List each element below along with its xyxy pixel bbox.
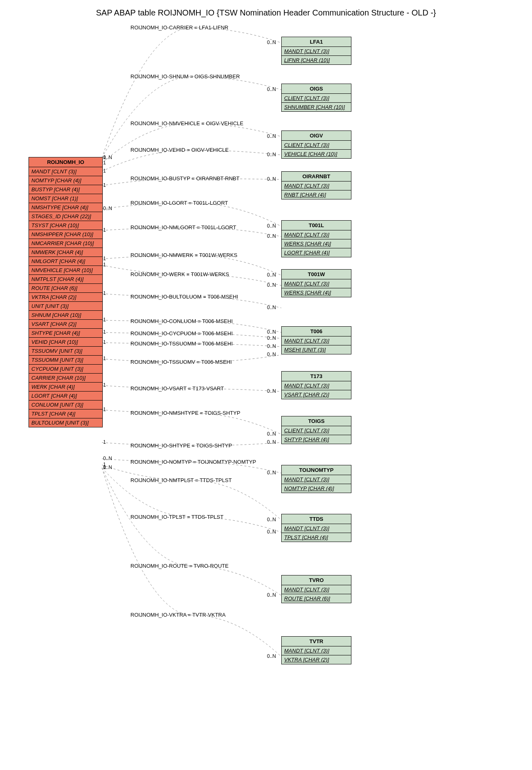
entity-field: NMTPLST [CHAR (4)]	[29, 275, 102, 284]
cardinality-source: 0..N	[103, 206, 112, 211]
relationship-label: ROIJNOMH_IO-CARRIER = LFA1-LIFNR	[130, 24, 228, 31]
entity-field: TSYST [CHAR (10)]	[29, 221, 102, 230]
cardinality-dest: 0..N	[267, 86, 276, 92]
relationship-label: ROIJNOMH_IO-SHNUM = OIGS-SHNUMBER	[130, 73, 240, 80]
relationship-label: ROIJNOMH_IO-NMTPLST = TTDS-TPLST	[130, 477, 232, 483]
cardinality-dest: 0..N	[267, 431, 276, 437]
ref-entity: TOIGSCLIENT [CLNT (3)]SHTYP [CHAR (4)]	[281, 416, 351, 444]
entity-header: TOIGS	[282, 416, 351, 426]
entity-field: MANDT [CLNT (3)]	[282, 381, 351, 390]
cardinality-source: 1	[103, 227, 106, 233]
entity-field: BULTOLUOM [UNIT (3)]	[29, 418, 102, 427]
relationship-label: ROIJNOMH_IO-TPLST = TTDS-TPLST	[130, 514, 223, 520]
ref-entity: TVTRMANDT [CLNT (3)]VKTRA [CHAR (2)]	[281, 636, 351, 664]
entity-field: LGORT [CHAR (4)]	[282, 248, 351, 257]
entity-field: VKTRA [CHAR (2)]	[29, 293, 102, 302]
entity-field: CONLUOM [UNIT (3)]	[29, 400, 102, 409]
entity-field: NMSHIPPER [CHAR (10)]	[29, 230, 102, 239]
er-diagram: SAP ABAP table ROIJNOMH_IO {TSW Nominati…	[4, 4, 528, 767]
main-entity: ROIJNOMH_IO MANDT [CLNT (3)]NOMTYP [CHAR…	[29, 157, 103, 427]
entity-field: WERKS [CHAR (4)]	[282, 288, 351, 297]
entity-field: RNBT [CHAR (4)]	[282, 190, 351, 199]
entity-field: SHTYP [CHAR (4)]	[282, 435, 351, 444]
cardinality-source: 1	[103, 329, 106, 335]
entity-field: ROUTE [CHAR (6)]	[29, 284, 102, 293]
entity-field: BUSTYP [CHAR (4)]	[29, 185, 102, 194]
entity-header: OIGV	[282, 131, 351, 141]
entity-field: CLIENT [CLNT (3)]	[282, 94, 351, 103]
ref-entity: T173MANDT [CLNT (3)]VSART [CHAR (2)]	[281, 371, 351, 399]
entity-field: MANDT [CLNT (3)]	[29, 167, 102, 176]
entity-field: MANDT [CLNT (3)]	[282, 646, 351, 655]
relationship-label: ROIJNOMH_IO-TSSUOMM = T006-MSEHI	[130, 341, 233, 347]
relationship-label: ROIJNOMH_IO-BUSTYP = OIRARNBT-RNBT	[130, 175, 239, 181]
relationship-label: ROIJNOMH_IO-LGORT = T001L-LGORT	[130, 200, 228, 206]
cardinality-source: 1	[103, 262, 106, 268]
entity-field: CLIENT [CLNT (3)]	[282, 426, 351, 435]
relationship-label: ROIJNOMH_IO-SHTYPE = TOIGS-SHTYP	[130, 443, 232, 449]
entity-field: LGORT [CHAR (4)]	[29, 392, 102, 400]
cardinality-dest: 0..N	[267, 305, 276, 310]
relationship-label: ROIJNOMH_IO-WERK = T001W-WERKS	[130, 271, 229, 277]
relationship-label: ROIJNOMH_IO-NMLGORT = T001L-LGORT	[130, 224, 236, 230]
ref-entity: LFA1MANDT [CLNT (3)]LIFNR [CHAR (10)]	[281, 37, 351, 65]
cardinality-dest: 0..N	[267, 335, 276, 341]
entity-header: ROIJNOMH_IO	[29, 157, 102, 167]
entity-field: MSEHI [UNIT (3)]	[282, 345, 351, 354]
entity-header: OIGS	[282, 84, 351, 94]
cardinality-dest: 0..N	[267, 329, 276, 335]
relationship-label: ROIJNOMH_IO-VEHID = OIGV-VEHICLE	[130, 147, 229, 153]
entity-field: NOMTYP [CHAR (4)]	[282, 484, 351, 493]
entity-field: MANDT [CLNT (3)]	[282, 524, 351, 533]
relationship-label: ROIJNOMH_IO-VKTRA = TVTR-VKTRA	[130, 612, 225, 618]
entity-field: CARRIER [CHAR (10)]	[29, 374, 102, 383]
entity-field: NMLGORT [CHAR (4)]	[29, 257, 102, 266]
entity-field: VSART [CHAR (2)]	[29, 320, 102, 329]
cardinality-dest: 0..N	[267, 388, 276, 394]
relationship-label: ROIJNOMH_IO-CYCPUOM = T006-MSEHI	[130, 330, 233, 336]
entity-field: NOMST [CHAR (1)]	[29, 194, 102, 203]
ref-entity: OIRARNBTMANDT [CLNT (3)]RNBT [CHAR (4)]	[281, 171, 351, 199]
cardinality-dest: 0..N	[267, 133, 276, 139]
cardinality-source: 1	[103, 317, 106, 323]
entity-field: NMVEHICLE [CHAR (10)]	[29, 266, 102, 275]
cardinality-source: 1	[103, 290, 106, 296]
entity-field: NMSHTYPE [CHAR (4)]	[29, 203, 102, 212]
relationship-label: ROIJNOMH_IO-BULTOLUOM = T006-MSEHI	[130, 294, 238, 300]
entity-header: T173	[282, 372, 351, 381]
relationship-label: ROIJNOMH_IO-NOMTYP = TOIJNOMTYP-NOMTYP	[130, 459, 256, 465]
relationship-label: ROIJNOMH_IO-NMSHTYPE = TOIGS-SHTYP	[130, 410, 240, 416]
relationship-label: ROIJNOMH_IO-CONLUOM = T006-MSEHI	[130, 318, 233, 324]
ref-entity: OIGSCLIENT [CLNT (3)]SHNUMBER [CHAR (10)…	[281, 84, 351, 112]
ref-entity: T006MANDT [CLNT (3)]MSEHI [UNIT (3)]	[281, 326, 351, 354]
relationship-label: ROIJNOMH_IO-TSSUOMV = T006-MSEHI	[130, 359, 232, 365]
entity-field: TPLST [CHAR (4)]	[282, 533, 351, 542]
entity-field: CYCPUOM [UNIT (3)]	[29, 365, 102, 374]
cardinality-dest: 0..N	[267, 40, 276, 45]
cardinality-dest: 0..N	[267, 223, 276, 229]
entity-field: STAGES_ID [CHAR (22)]	[29, 212, 102, 221]
cardinality-source: 1	[103, 256, 106, 261]
cardinality-source: 0..N	[103, 456, 112, 461]
entity-field: MANDT [CLNT (3)]	[282, 181, 351, 190]
entity-field: TPLST [CHAR (4)]	[29, 409, 102, 418]
entity-header: T001W	[282, 270, 351, 279]
cardinality-source: 1	[103, 182, 106, 188]
entity-field: WERKS [CHAR (4)]	[282, 239, 351, 248]
cardinality-source: 1	[103, 382, 106, 388]
entity-field: VEHICLE [CHAR (10)]	[282, 150, 351, 158]
ref-entity: T001WMANDT [CLNT (3)]WERKS [CHAR (4)]	[281, 269, 351, 297]
relationship-label: ROIJNOMH_IO-VSART = T173-VSART	[130, 385, 224, 392]
entity-header: T001L	[282, 221, 351, 230]
entity-field: UNIT [UNIT (3)]	[29, 302, 102, 311]
cardinality-dest: 0..N	[267, 282, 276, 288]
cardinality-dest: 0..N	[267, 343, 276, 349]
cardinality-dest: 0..N	[267, 470, 276, 476]
entity-field: SHNUMBER [CHAR (10)]	[282, 103, 351, 111]
entity-field: MANDT [CLNT (3)]	[282, 585, 351, 594]
cardinality-dest: 0..N	[267, 272, 276, 278]
entity-header: TOIJNOMTYP	[282, 465, 351, 475]
entity-field: MANDT [CLNT (3)]	[282, 475, 351, 484]
cardinality-dest: 0..N	[267, 653, 276, 659]
cardinality-source: 1	[103, 339, 106, 345]
